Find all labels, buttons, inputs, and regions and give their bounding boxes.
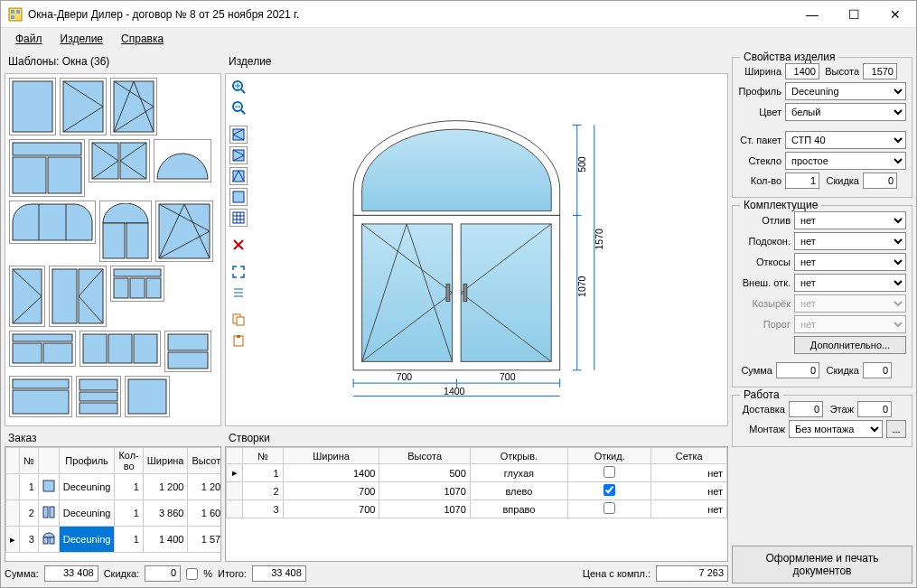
leaves-table-wrap[interactable]: № Ширина Высота Открыв. Откид. Сетка ▸ 1… — [225, 446, 728, 562]
more-button[interactable]: Дополнительно... — [794, 336, 906, 354]
width-input[interactable] — [785, 63, 819, 79]
zoom-out-icon[interactable] — [229, 98, 248, 117]
floor-input[interactable] — [857, 401, 892, 417]
order-row[interactable]: 1 Deceuning 1 1 200 1 200 1,44 5 571 — [6, 474, 222, 500]
template-item[interactable] — [99, 201, 152, 262]
col-height[interactable]: Высота — [188, 448, 221, 474]
menubar: Файл Изделие Справка — [1, 28, 916, 50]
drawing-canvas[interactable]: 500 1570 1070 700 700 1400 — [258, 78, 724, 422]
svg-text:700: 700 — [500, 372, 516, 382]
prop-discount-input[interactable] — [863, 173, 897, 189]
window-controls: — ☐ ✕ — [791, 1, 916, 28]
col-n[interactable]: № — [20, 448, 39, 474]
leaf-row[interactable]: ▸ 1 1400 500 глухая нет — [227, 464, 727, 482]
svg-rect-4 — [13, 81, 52, 132]
glass-select[interactable]: простое — [785, 152, 906, 170]
install-select[interactable]: Без монтажа — [789, 420, 883, 438]
order-row-selected[interactable]: ▸ 3 Deceuning 1 1 400 1 570 2,20 7 263 — [6, 527, 222, 553]
install-more-button[interactable]: ... — [886, 420, 906, 438]
sill-select[interactable]: нет — [794, 211, 906, 229]
tool-open-right[interactable] — [229, 146, 248, 164]
template-item[interactable] — [125, 376, 170, 417]
copy-icon[interactable] — [229, 311, 248, 329]
svg-rect-15 — [48, 157, 81, 193]
windowsill-select[interactable]: нет — [794, 232, 906, 250]
main-content: Шаблоны: Окна (36) — [1, 50, 916, 587]
percent-checkbox[interactable] — [186, 568, 198, 580]
template-item[interactable] — [49, 266, 107, 327]
expand-icon[interactable] — [229, 263, 248, 281]
template-item[interactable] — [9, 376, 72, 417]
tilt-checkbox[interactable] — [604, 502, 615, 514]
col-width[interactable]: Ширина — [143, 448, 188, 474]
height-input[interactable] — [863, 63, 897, 79]
svg-rect-14 — [13, 157, 46, 193]
tool-open-left[interactable] — [229, 126, 248, 144]
product-label: Изделие — [225, 53, 728, 70]
work-group: Работа Доставка Этаж Монтаж Без монтажа … — [732, 395, 912, 447]
paste-icon[interactable] — [229, 331, 248, 350]
templates-scroll[interactable] — [5, 74, 220, 425]
glazing-select[interactable]: СТП 40 — [785, 131, 906, 149]
template-item[interactable] — [155, 201, 213, 262]
svg-rect-55 — [128, 379, 166, 414]
svg-rect-83 — [237, 317, 244, 325]
print-button[interactable]: Оформление и печать документов — [732, 546, 912, 583]
order-row[interactable]: 2 Deceuning 1 3 860 1 600 6,18 20 574 — [6, 500, 222, 527]
list-icon[interactable] — [229, 284, 248, 302]
order-table-wrap[interactable]: № Профиль Кол-во Ширина Высота кв. м Цен… — [5, 446, 221, 562]
color-select[interactable]: белый — [785, 103, 906, 121]
qty-input[interactable] — [785, 173, 819, 189]
svg-rect-42 — [13, 334, 72, 341]
ext-reveals-select[interactable]: нет — [794, 274, 906, 292]
tool-grid[interactable] — [229, 209, 248, 227]
tool-tilt[interactable] — [229, 167, 248, 185]
delete-icon[interactable] — [229, 236, 248, 254]
menu-product[interactable]: Изделие — [53, 31, 111, 47]
template-item[interactable] — [9, 78, 56, 135]
template-item[interactable] — [110, 266, 164, 302]
delivery-input[interactable] — [789, 401, 823, 417]
template-item[interactable] — [60, 78, 107, 135]
tilt-checkbox[interactable] — [604, 466, 615, 478]
leaves-summary: Цена с компл.: 7 263 — [225, 562, 728, 583]
templates-label: Шаблоны: Окна (36) — [5, 53, 221, 70]
leaf-row[interactable]: 2 700 1070 влево нет — [227, 482, 727, 500]
reveals-select[interactable]: нет — [794, 253, 906, 271]
col-qty[interactable]: Кол-во — [115, 448, 143, 474]
template-item[interactable] — [9, 201, 96, 244]
menu-file[interactable]: Файл — [8, 31, 50, 47]
svg-rect-16 — [92, 143, 118, 179]
svg-rect-53 — [80, 392, 117, 401]
svg-rect-48 — [168, 334, 208, 350]
acc-discount[interactable] — [863, 362, 892, 378]
template-item[interactable] — [89, 139, 150, 182]
zoom-in-icon[interactable] — [229, 78, 248, 96]
template-item[interactable] — [76, 376, 121, 417]
col-profile[interactable]: Профиль — [59, 448, 115, 474]
middle-column: Изделие — [225, 53, 728, 583]
maximize-button[interactable]: ☐ — [833, 1, 875, 28]
menu-help[interactable]: Справка — [114, 31, 171, 47]
svg-rect-47 — [134, 334, 157, 363]
tilt-checkbox[interactable] — [604, 484, 615, 496]
svg-rect-90 — [463, 285, 467, 302]
svg-rect-24 — [103, 223, 125, 258]
template-item[interactable] — [164, 331, 211, 372]
template-item[interactable] — [9, 266, 45, 327]
template-item[interactable] — [80, 331, 161, 367]
profile-select[interactable]: Deceuning — [785, 82, 906, 100]
props-group: Свойства изделия Ширина Высота Профиль D… — [732, 57, 912, 198]
tool-fixed[interactable] — [229, 188, 248, 206]
template-item[interactable] — [110, 78, 157, 135]
leaf-row[interactable]: 3 700 1070 вправо нет — [227, 500, 727, 518]
close-button[interactable]: ✕ — [875, 1, 916, 28]
template-item[interactable] — [154, 139, 211, 182]
svg-rect-60 — [50, 537, 54, 544]
window-icon — [42, 506, 55, 518]
template-item[interactable] — [9, 139, 85, 197]
minimize-button[interactable]: — — [791, 1, 833, 28]
template-item[interactable] — [9, 331, 76, 367]
svg-rect-39 — [114, 278, 128, 298]
svg-rect-57 — [43, 507, 48, 518]
